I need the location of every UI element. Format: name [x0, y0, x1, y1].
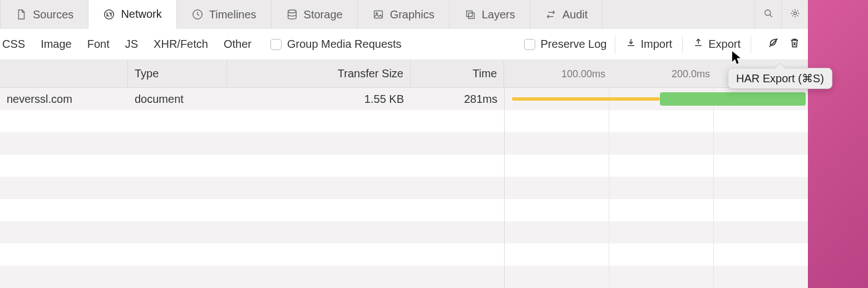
filter-group: CSS Image Font JS XHR/Fetch Other: [0, 38, 251, 51]
divider: [615, 36, 615, 53]
filter-other[interactable]: Other: [224, 38, 251, 51]
gear-icon: [790, 8, 801, 22]
download-icon: [625, 37, 637, 51]
tick-200: 200.0ms: [672, 68, 710, 80]
preserve-log-input[interactable]: [524, 39, 535, 50]
tab-label: Layers: [482, 8, 515, 21]
preserve-log-checkbox[interactable]: Preserve Log: [524, 38, 607, 51]
filter-css[interactable]: CSS: [2, 38, 25, 51]
import-label: Import: [641, 38, 673, 51]
image-icon: [372, 8, 384, 21]
cell-time: 281ms: [411, 88, 504, 110]
tab-label: Network: [121, 8, 161, 21]
table-row-empty: [0, 177, 808, 199]
group-media-label: Group Media Requests: [287, 38, 402, 51]
svg-point-7: [765, 9, 770, 15]
request-table: neverssl.com document 1.55 KB 281ms: [0, 88, 808, 288]
leaf-slash-icon: [767, 37, 780, 52]
tab-sources[interactable]: Sources: [0, 0, 88, 29]
tab-bar: Sources Network Timelines Storage Graphi…: [0, 0, 808, 29]
waterfall-receive-bar: [660, 92, 806, 106]
column-headers: Type Transfer Size Time 100.00ms 200.0ms: [0, 60, 808, 88]
group-media-input[interactable]: [270, 39, 282, 50]
tab-audit[interactable]: Audit: [530, 0, 603, 29]
tab-timelines[interactable]: Timelines: [177, 0, 272, 29]
tab-network[interactable]: Network: [88, 0, 176, 29]
svg-rect-5: [466, 11, 472, 17]
filter-font[interactable]: Font: [87, 38, 110, 51]
tab-graphics[interactable]: Graphics: [358, 0, 450, 29]
table-row-empty: [0, 221, 808, 244]
desktop-background: [808, 0, 868, 288]
import-button[interactable]: Import: [623, 37, 675, 51]
cell-timeline: [504, 88, 808, 110]
preserve-log-label: Preserve Log: [541, 38, 607, 51]
network-icon: [103, 8, 115, 21]
tooltip-text: HAR Export (⌘S): [736, 72, 824, 85]
table-row-empty: [0, 244, 808, 266]
export-button[interactable]: Export: [691, 37, 743, 51]
filter-image[interactable]: Image: [41, 38, 72, 51]
export-tooltip: HAR Export (⌘S): [728, 68, 832, 89]
col-size[interactable]: Transfer Size: [227, 60, 411, 87]
disable-cache-button[interactable]: [767, 38, 780, 51]
trash-icon: [788, 37, 801, 52]
cell-size: 1.55 KB: [227, 88, 411, 110]
export-label: Export: [708, 38, 741, 51]
search-icon: [763, 8, 774, 22]
clear-button[interactable]: [788, 38, 801, 51]
cell-name: neverssl.com: [0, 88, 128, 110]
upload-icon: [693, 37, 704, 51]
database-icon: [286, 8, 298, 21]
search-button[interactable]: [754, 0, 781, 29]
clock-icon: [191, 8, 204, 21]
table-row-empty: [0, 132, 808, 155]
group-media-checkbox[interactable]: Group Media Requests: [270, 38, 402, 51]
tab-label: Timelines: [209, 8, 257, 21]
tab-label: Audit: [563, 8, 588, 21]
svg-point-8: [793, 12, 796, 14]
waterfall-wait-bar: [512, 97, 660, 101]
tick-100: 100.00ms: [561, 68, 605, 80]
col-name[interactable]: [0, 60, 128, 87]
divider: [682, 36, 683, 53]
tab-layers[interactable]: Layers: [450, 0, 530, 29]
toolbar-right: Preserve Log Import Export: [524, 36, 801, 53]
layers-icon: [464, 8, 476, 21]
tab-storage[interactable]: Storage: [272, 0, 358, 29]
tab-label: Sources: [33, 8, 73, 21]
col-time[interactable]: Time: [411, 60, 504, 87]
cell-type: document: [128, 88, 227, 110]
table-row-empty: [0, 199, 808, 221]
svg-rect-6: [468, 13, 474, 18]
tab-label: Storage: [304, 8, 343, 21]
filter-js[interactable]: JS: [125, 38, 138, 51]
table-row-empty: [0, 110, 808, 132]
network-toolbar: CSS Image Font JS XHR/Fetch Other Group …: [0, 29, 808, 60]
file-icon: [15, 8, 27, 21]
table-row-empty: [0, 266, 808, 288]
devtools-window: Sources Network Timelines Storage Graphi…: [0, 0, 808, 288]
tabbar-tools: [754, 0, 808, 29]
svg-point-2: [288, 10, 296, 13]
svg-point-0: [105, 9, 114, 19]
swap-icon: [545, 8, 557, 21]
filter-xhr[interactable]: XHR/Fetch: [154, 38, 208, 51]
col-type[interactable]: Type: [128, 60, 227, 87]
table-row[interactable]: neverssl.com document 1.55 KB 281ms: [0, 88, 808, 110]
tab-label: Graphics: [390, 8, 435, 21]
table-row-empty: [0, 155, 808, 177]
svg-rect-3: [374, 11, 382, 18]
settings-button[interactable]: [781, 0, 808, 29]
divider: [751, 36, 751, 53]
